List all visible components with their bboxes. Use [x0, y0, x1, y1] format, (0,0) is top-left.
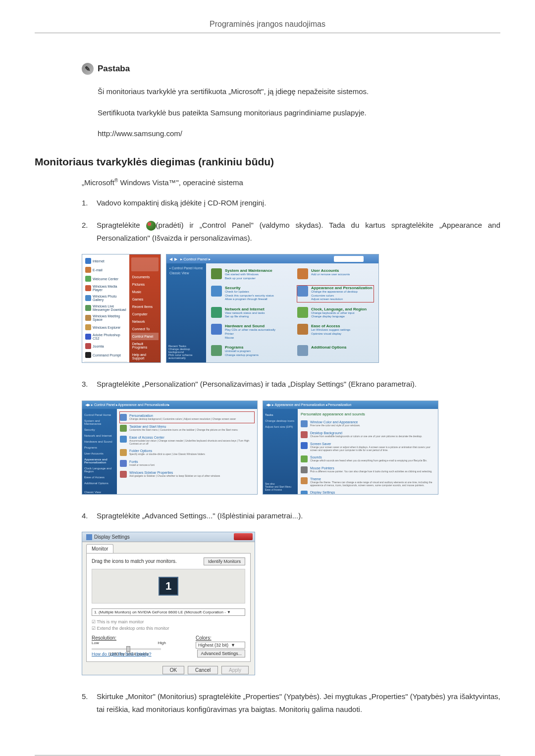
sidebar-item[interactable]: Ease of Access — [84, 474, 115, 480]
start-menu-link[interactable]: Documents — [131, 273, 159, 281]
note-title: Pastaba — [98, 64, 130, 74]
option-window-color[interactable]: Window Color and AppearanceFine tune the… — [301, 418, 435, 429]
colors-select[interactable]: Highest (32 bit) ▼ — [196, 642, 245, 649]
cp-category-hardware[interactable]: Hardware and SoundPlay CDs or other medi… — [211, 324, 287, 340]
resolution-slider[interactable] — [92, 648, 161, 650]
cp-category-network[interactable]: Network and InternetView network status … — [211, 307, 287, 319]
monitor-arrangement[interactable]: 1 — [92, 569, 245, 604]
background-icon — [301, 431, 308, 438]
start-menu-link[interactable]: Pictures — [131, 281, 159, 288]
cp-category-system[interactable]: System and MaintenanceGet started with W… — [211, 268, 287, 281]
option-mouse[interactable]: Mouse PointersPick a different mouse poi… — [301, 464, 435, 475]
option-sounds[interactable]: SoundsChange which sounds are heard when… — [301, 454, 435, 464]
sidebar-item[interactable]: System and Maintenance — [84, 418, 115, 427]
start-menu-item[interactable]: Windows Photo Gallery — [84, 293, 127, 303]
start-menu-item[interactable]: Windows Media Player — [84, 283, 127, 293]
start-menu-link[interactable]: Help and Support — [131, 351, 159, 362]
step-text: Skirtuke „Monitor" (Monitorius) spragtel… — [97, 690, 500, 715]
user-icon — [297, 268, 308, 279]
checkbox-extend-desktop[interactable]: ☑ Extend the desktop onto this monitor — [92, 625, 245, 632]
sidebar-item[interactable]: Clock Language and Region — [84, 465, 115, 474]
nav-forward-icon[interactable]: ▶ — [174, 257, 177, 261]
cp-category-additional[interactable]: Additional Options — [297, 345, 374, 357]
start-menu-item[interactable]: Welcome Center — [84, 274, 127, 283]
ok-button[interactable]: OK — [162, 666, 184, 674]
cp-category-programs[interactable]: ProgramsUninstall a program Change start… — [211, 345, 287, 357]
option-desktop-bg[interactable]: Desktop BackgroundChoose from available … — [301, 429, 435, 440]
app-icon — [85, 324, 91, 330]
colors-label: Colors: — [196, 635, 245, 641]
sidebar-item[interactable]: Control Panel Home — [84, 412, 115, 418]
sidebar-item[interactable]: Network and Internet — [84, 433, 115, 439]
start-menu-link[interactable]: Games — [131, 296, 159, 303]
app-icon — [85, 258, 91, 264]
start-menu-item[interactable]: Windows Live Messenger Download — [84, 303, 127, 313]
screenshot-row-2: ◀ ▶ ▸ Control Panel ▸ Appearance and Per… — [82, 401, 500, 495]
sidebar-item[interactable]: Programs — [84, 445, 115, 451]
sidebar-item[interactable]: Security — [84, 427, 115, 433]
nav-forward-icon[interactable]: ▶ — [268, 403, 271, 407]
sidebar-item[interactable]: Hardware and Sound — [84, 439, 115, 445]
see-also: See also Taskbar and Start Menu Ease of … — [265, 482, 291, 491]
sidebar-item[interactable]: Classic View — [84, 489, 115, 495]
sidebar-item[interactable]: • Control Panel Home — [169, 266, 203, 270]
step-text: Spragtelėkite „Personalization" (Persona… — [97, 378, 500, 391]
option-ease[interactable]: Ease of Access CenterAccommodate low vis… — [120, 434, 254, 447]
option-screensaver[interactable]: Screen SaverChange your screen saver or … — [301, 440, 435, 454]
breadcrumb[interactable]: ▸ Control Panel ▸ — [180, 257, 211, 261]
cp-category-appearance[interactable]: Appearance and PersonalizationChange the… — [297, 286, 374, 302]
start-menu-item[interactable]: Command Prompt — [84, 351, 127, 359]
checkbox-main-monitor[interactable]: ☑ This is my main monitor — [92, 619, 245, 625]
cp-category-ease[interactable]: Ease of AccessLet Windows suggest settin… — [297, 324, 374, 340]
slider-high-label: High — [158, 641, 166, 645]
cp-category-clock[interactable]: Clock, Language, and RegionChange keyboa… — [297, 307, 374, 319]
nav-forward-icon[interactable]: ▶ — [88, 403, 90, 407]
screenshot-start-menu: Internet E-mail Welcome Center Windows M… — [82, 254, 161, 363]
tab-monitor[interactable]: Monitor — [86, 544, 113, 553]
cp-category-user-accounts[interactable]: User AccountsAdd or remove user accounts — [297, 268, 374, 281]
start-menu-link[interactable]: Recent Items — [131, 303, 159, 310]
start-menu-link[interactable]: Computer — [131, 310, 159, 318]
help-link[interactable]: How do I get the best display? — [92, 652, 152, 656]
monitor-select[interactable]: 1. (Multiple Monitors) on NVIDIA GeForce… — [92, 608, 245, 616]
os-line: „Microsoft® Windows Vista™", operacinė s… — [82, 178, 500, 187]
start-menu-link[interactable]: Connect To — [131, 325, 159, 333]
start-menu-link[interactable]: Music — [131, 288, 159, 296]
start-menu-item[interactable]: Joomla — [84, 342, 127, 351]
sidebar-item-active[interactable]: Appearance and Personalization — [84, 456, 115, 465]
identify-monitors-button[interactable]: Identify Monitors — [204, 557, 245, 565]
cancel-button[interactable]: Cancel — [188, 666, 218, 674]
advanced-settings-button[interactable]: Advanced Settings... — [197, 650, 245, 657]
option-folder[interactable]: Folder OptionsSpecify single- or double-… — [120, 447, 254, 458]
start-menu-control-panel[interactable]: Control Panel — [131, 333, 159, 340]
option-display-settings[interactable]: Display SettingsAdjust your monitor reso… — [301, 489, 435, 495]
start-menu-all-programs[interactable]: ▸ All Programs — [84, 361, 127, 363]
sidebar-item[interactable]: User Accounts — [84, 451, 115, 456]
start-menu-item[interactable]: Adobe Photoshop CS2 — [84, 332, 127, 342]
option-fonts[interactable]: FontsInstall or remove a font — [120, 458, 254, 469]
page-header: Programinės įrangos naudojimas — [35, 20, 500, 33]
nav-back-icon[interactable]: ◀ — [169, 257, 172, 261]
window-titlebar: Display Settings — [82, 532, 255, 542]
option-sidebar[interactable]: Windows Sidebar PropertiesAdd gadgets to… — [120, 469, 254, 480]
sidebar-item[interactable]: Additional Options — [84, 480, 115, 486]
option-personalization[interactable]: PersonalizationChange desktop background… — [120, 412, 254, 423]
step-1: 1. Vadovo kompaktinį diską įdėkite į CD-… — [82, 197, 500, 209]
start-menu-item[interactable]: Internet — [84, 256, 127, 265]
start-menu-item[interactable]: Windows Meeting Space — [84, 313, 127, 323]
start-menu-item[interactable]: E-mail — [84, 265, 127, 274]
option-theme[interactable]: ThemeChange the theme. Themes can change… — [301, 475, 435, 489]
start-menu-link[interactable]: Network — [131, 318, 159, 325]
option-taskbar[interactable]: Taskbar and Start MenuCustomize the Star… — [120, 423, 254, 434]
start-menu-link[interactable]: Default Programs — [131, 340, 159, 351]
search-input[interactable] — [334, 256, 364, 262]
start-menu-item[interactable]: Windows Explorer — [84, 323, 127, 332]
cp-category-security[interactable]: SecurityCheck for updates Check this com… — [211, 286, 287, 302]
apply-button[interactable]: Apply — [221, 666, 249, 674]
sidebar-item[interactable]: Change desktop icons — [265, 418, 296, 424]
sidebar-item[interactable]: Classic View — [169, 271, 203, 275]
window-titlebar: ◀ ▶ ▸ Control Panel ▸ — [166, 254, 378, 263]
close-button[interactable] — [234, 533, 253, 540]
monitor-thumbnail[interactable]: 1 — [159, 577, 178, 596]
sidebar-item[interactable]: Adjust font size (DPI) — [265, 424, 296, 430]
